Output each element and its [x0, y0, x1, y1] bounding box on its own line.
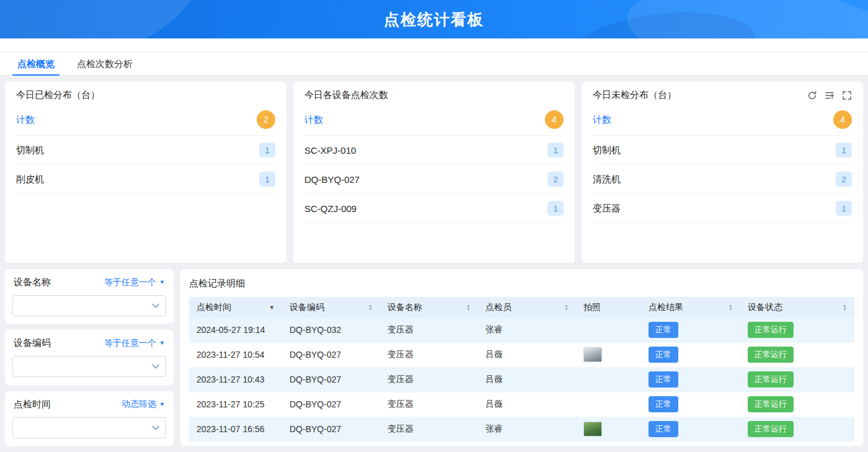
cell-name: 变压器	[380, 342, 478, 367]
refresh-icon[interactable]	[807, 91, 817, 100]
column-header: 拍照	[583, 302, 601, 313]
sort-icon[interactable]: ▲▼	[728, 304, 733, 311]
table-row[interactable]: 2023-11-07 16:56 DQ-BYQ-027 变压器 张睿 正常 正常…	[189, 417, 854, 441]
inspection-records-table: 点检时间▼ 设备编码▲▼ 设备名称▲▼ 点检员▲▼ 拍照 点检结果▲▼ 设备状态…	[189, 297, 854, 442]
photo-thumbnail[interactable]	[583, 347, 602, 362]
cell-photo	[576, 367, 641, 392]
item-label: SC-XPJ-010	[304, 145, 356, 156]
cell-code: DQ-BYQ-032	[282, 317, 380, 342]
count-link[interactable]: 计数	[593, 114, 611, 126]
list-item[interactable]: 变压器 1	[593, 194, 852, 223]
table-row[interactable]: 2023-11-27 10:54 DQ-BYQ-027 变压器 吕薇 正常 正常…	[189, 342, 854, 367]
cell-code: DQ-BYQ-027	[282, 392, 380, 417]
cell-inspector: 吕薇	[478, 392, 576, 417]
cell-time: 2023-11-27 10:54	[189, 342, 282, 367]
column-header: 点检时间	[197, 302, 231, 313]
cell-code: DQ-BYQ-027	[282, 342, 380, 367]
photo-thumbnail[interactable]	[583, 422, 602, 436]
sort-icon[interactable]: ▲▼	[466, 304, 471, 311]
list-item[interactable]: 切制机 1	[593, 136, 852, 165]
banner-decoration	[567, 4, 760, 38]
chevron-down-icon	[152, 364, 159, 369]
filter-panel: 设备名称 等于任意一个 ▼ 设备编码 等于任意一个	[5, 269, 174, 446]
list-item[interactable]: SC-QZJ-009 1	[304, 194, 564, 223]
cell-photo	[576, 342, 641, 367]
item-label: 清洗机	[593, 174, 621, 185]
filter-label: 点检时间	[14, 399, 51, 410]
tab-count-analysis[interactable]: 点检次数分析	[66, 53, 144, 75]
card-device-check-counts: 今日各设备点检次数 计数 4 SC-XPJ-010 1 DQ-BYQ-027 2…	[293, 82, 575, 263]
column-header: 设备状态	[748, 302, 782, 313]
list-item[interactable]: SC-XPJ-010 1	[304, 136, 564, 165]
page-title: 点检统计看板	[384, 9, 484, 30]
card-today-inspected: 今日已检分布（台） 计数 2 切制机 1 削皮机 1	[5, 82, 286, 263]
table-header-row: 点检时间▼ 设备编码▲▼ 设备名称▲▼ 点检员▲▼ 拍照 点检结果▲▼ 设备状态…	[189, 297, 854, 317]
item-count-badge: 1	[547, 143, 564, 157]
count-badge: 4	[833, 110, 852, 129]
sort-icon[interactable]: ▲▼	[564, 304, 569, 311]
item-count-badge: 1	[259, 172, 275, 187]
cell-photo	[576, 392, 641, 417]
inspect-time-select[interactable]	[12, 417, 166, 438]
card-today-uninspected: 今日未检分布（台）	[582, 82, 863, 263]
item-label: 削皮机	[16, 174, 44, 185]
status-badge: 正常运行	[748, 347, 794, 363]
device-code-select[interactable]	[12, 356, 166, 377]
result-badge: 正常	[649, 347, 678, 363]
cell-inspector: 张睿	[478, 417, 576, 441]
table-row[interactable]: 2023-11-27 10:25 DQ-BYQ-027 变压器 吕薇 正常 正常…	[189, 392, 854, 417]
list-item[interactable]: 清洗机 2	[593, 165, 852, 194]
filter-inspect-time: 点检时间 动态筛选 ▼	[5, 391, 174, 446]
cell-inspector: 张睿	[478, 317, 576, 342]
status-badge: 正常运行	[748, 322, 794, 338]
tab-overview[interactable]: 点检概览	[6, 53, 66, 75]
status-badge: 正常运行	[748, 421, 794, 437]
cell-name: 变压器	[380, 367, 478, 392]
result-badge: 正常	[649, 421, 678, 437]
item-label: SC-QZJ-009	[304, 203, 356, 214]
sort-icon[interactable]: ▲▼	[368, 304, 373, 311]
list-item[interactable]: 切制机 1	[16, 136, 275, 165]
status-badge: 正常运行	[748, 371, 794, 388]
stat-cards-row: 今日已检分布（台） 计数 2 切制机 1 削皮机 1 今日各设备点检次数 计数 …	[5, 82, 863, 263]
count-link[interactable]: 计数	[16, 114, 35, 126]
card-title: 今日已检分布（台）	[16, 89, 100, 101]
count-link[interactable]: 计数	[304, 114, 323, 126]
column-header: 点检员	[485, 302, 512, 313]
cell-photo	[576, 417, 641, 441]
card-title: 今日各设备点检次数	[304, 89, 388, 101]
cell-time: 2024-05-27 19:14	[189, 317, 282, 342]
page-header: 点检统计看板	[0, 0, 868, 38]
fullscreen-icon[interactable]	[842, 91, 852, 100]
table-row[interactable]: 2023-11-27 10:43 DQ-BYQ-027 变压器 吕薇 正常 正常…	[189, 367, 854, 392]
item-label: DQ-BYQ-027	[304, 174, 360, 185]
caret-down-icon: ▼	[159, 280, 165, 285]
result-badge: 正常	[649, 396, 678, 412]
column-header: 点检结果	[649, 302, 683, 313]
item-label: 切制机	[16, 144, 44, 156]
table-title: 点检记录明细	[189, 278, 854, 290]
item-count-badge: 2	[836, 172, 852, 187]
filter-operator-dropdown[interactable]: 等于任意一个 ▼	[104, 338, 165, 349]
sort-icon[interactable]: ▲▼	[843, 304, 847, 311]
chevron-down-icon	[152, 303, 159, 308]
cell-name: 变压器	[380, 392, 478, 417]
filter-device-name: 设备名称 等于任意一个 ▼	[5, 269, 174, 324]
item-count-badge: 1	[836, 143, 852, 157]
status-badge: 正常运行	[748, 396, 794, 412]
cell-time: 2023-11-07 16:56	[189, 417, 282, 441]
cell-name: 变压器	[380, 317, 478, 342]
item-label: 变压器	[593, 203, 621, 215]
list-item[interactable]: 削皮机 1	[16, 165, 275, 194]
caret-down-icon: ▼	[159, 340, 165, 346]
table-row[interactable]: 2024-05-27 19:14 DQ-BYQ-032 变压器 张睿 正常 正常…	[189, 317, 854, 342]
sort-desc-icon[interactable]: ▼	[269, 304, 275, 311]
filter-device-code: 设备编码 等于任意一个 ▼	[5, 330, 174, 384]
list-sort-icon[interactable]	[825, 91, 835, 100]
list-item[interactable]: DQ-BYQ-027 2	[304, 165, 564, 194]
cell-photo	[576, 317, 641, 342]
device-name-select[interactable]	[12, 295, 166, 316]
filter-operator-dropdown[interactable]: 动态筛选 ▼	[122, 399, 165, 410]
filter-operator-dropdown[interactable]: 等于任意一个 ▼	[104, 277, 165, 288]
column-header: 设备编码	[290, 302, 324, 313]
